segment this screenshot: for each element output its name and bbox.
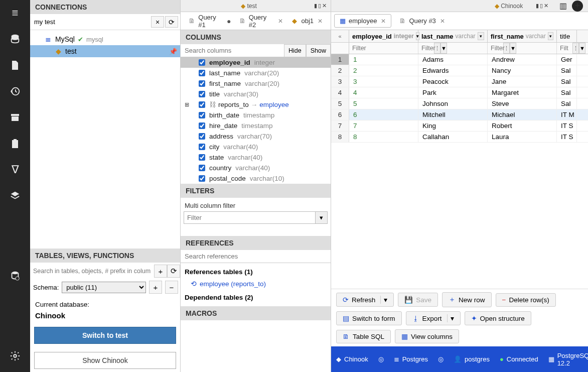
tables-search-input[interactable] — [30, 265, 154, 278]
menu-icon[interactable]: ≡ — [8, 6, 22, 20]
column-row-postal_code[interactable]: postal_code varchar(10) — [181, 173, 331, 184]
cell-last-name[interactable]: Mitchell — [418, 109, 488, 120]
column-checkbox[interactable] — [199, 122, 205, 129]
cell-title[interactable]: Sal — [557, 76, 577, 87]
column-row-first_name[interactable]: first_name varchar(20) — [181, 78, 331, 89]
references-search-input[interactable] — [181, 250, 331, 263]
cell-first-name[interactable]: Michael — [488, 109, 557, 120]
cell-title[interactable]: IT S — [557, 132, 577, 142]
col-header-last-name[interactable]: last_name varchar▾ — [418, 30, 488, 42]
table-row[interactable]: 66MitchellMichaelIT M — [331, 109, 588, 120]
cell-last-name[interactable]: Edwards — [418, 65, 488, 76]
cell-employee-id[interactable]: 7 — [349, 120, 418, 131]
column-checkbox[interactable] — [199, 144, 205, 150]
cell-employee-id[interactable]: 5 — [349, 98, 418, 109]
filter-input[interactable] — [557, 43, 588, 53]
tab-query3[interactable]: 🗎Query #3✕ — [394, 15, 450, 27]
archive-icon[interactable] — [8, 110, 22, 125]
expand-columns-button[interactable]: « — [331, 30, 349, 42]
table-row[interactable]: 44ParkMargaretSal — [331, 87, 588, 98]
cell-title[interactable]: Ger — [557, 54, 577, 65]
column-checkbox[interactable] — [199, 80, 205, 87]
column-row-city[interactable]: city varchar(40) — [181, 142, 331, 152]
cell-last-name[interactable]: Johnson — [418, 98, 488, 109]
column-checkbox[interactable] — [199, 133, 205, 140]
tab-employee[interactable]: ▦employee✕ — [334, 14, 391, 28]
cell-title[interactable]: Sal — [557, 98, 577, 109]
status-engine[interactable]: ▦PostgreSQL 12.2 — [548, 352, 588, 367]
col-header-title[interactable]: title — [557, 30, 577, 42]
cell-employee-id[interactable]: 4 — [349, 87, 418, 98]
cell-employee-id[interactable]: 8 — [349, 132, 418, 142]
chevron-down-icon[interactable]: ▾ — [380, 296, 387, 304]
status-server-alt-icon[interactable]: ◎ — [438, 355, 444, 363]
column-row-reports_to[interactable]: ⊞ ⛓reports_to → employee — [181, 99, 331, 110]
column-checkbox[interactable] — [199, 175, 205, 182]
remove-schema-button[interactable]: − — [165, 281, 178, 294]
cell-title[interactable]: Sal — [557, 65, 577, 76]
export-button[interactable]: ⭳Export▾ — [406, 311, 461, 325]
column-row-employee_id[interactable]: employee_id integer — [181, 57, 331, 68]
column-checkbox[interactable] — [199, 165, 205, 171]
fk-link[interactable]: employee — [259, 101, 289, 108]
window-controls-icon[interactable]: ▮▯✕ — [536, 3, 549, 9]
column-checkbox[interactable] — [199, 91, 205, 97]
view-columns-button[interactable]: ▦View columns — [395, 329, 459, 343]
cell-last-name[interactable]: Peacock — [418, 76, 488, 87]
cell-employee-id[interactable]: 3 — [349, 76, 418, 87]
add-schema-button[interactable]: + — [149, 281, 162, 294]
schema-select[interactable]: public (11) — [62, 282, 146, 293]
backup-icon[interactable] — [8, 269, 22, 283]
column-checkbox[interactable] — [199, 70, 205, 76]
connection-search-input[interactable] — [30, 16, 150, 28]
status-server[interactable]: ≣Postgres — [394, 355, 428, 363]
chevron-down-icon[interactable]: ▾ — [447, 314, 454, 322]
tab-query1[interactable]: 🗎Query #1● — [185, 11, 235, 32]
status-user[interactable]: 👤postgres — [454, 355, 490, 363]
column-checkbox[interactable] — [199, 101, 205, 108]
cell-employee-id[interactable]: 6 — [349, 109, 418, 120]
status-db[interactable]: ◆Chinook — [336, 355, 368, 363]
filter-dropdown-button[interactable]: ▾ — [316, 211, 328, 224]
hide-columns-button[interactable]: Hide — [284, 44, 306, 57]
table-row[interactable]: 88CallahanLauraIT S — [331, 132, 588, 143]
status-connected[interactable]: ●Connected — [500, 355, 538, 363]
cell-employee-id[interactable]: 2 — [349, 65, 418, 76]
settings-icon[interactable] — [8, 349, 22, 363]
cell-title[interactable]: Sal — [557, 87, 577, 98]
layout-icon[interactable]: ▥ — [559, 1, 567, 11]
reload-connections-button[interactable]: ⟳ — [165, 16, 178, 28]
table-row[interactable]: 77KingRobertIT S — [331, 120, 588, 132]
file-icon[interactable] — [8, 58, 22, 72]
column-checkbox[interactable] — [199, 154, 205, 161]
close-icon[interactable]: ✕ — [381, 18, 386, 25]
column-row-title[interactable]: title varchar(30) — [181, 89, 331, 99]
cell-first-name[interactable]: Laura — [488, 132, 557, 142]
cell-last-name[interactable]: Park — [418, 87, 488, 98]
cell-first-name[interactable]: Steve — [488, 98, 557, 109]
window-controls-icon[interactable]: ▮▯✕ — [314, 3, 328, 9]
expand-icon[interactable]: ⊞ — [185, 101, 189, 108]
switch-form-button[interactable]: ▤Switch to form — [336, 311, 402, 325]
switch-db-button[interactable]: Switch to test — [34, 327, 176, 344]
close-icon[interactable]: ✕ — [440, 18, 445, 25]
column-row-birth_date[interactable]: birth_date timestamp — [181, 110, 331, 120]
clear-search-button[interactable]: × — [151, 16, 164, 28]
cell-employee-id[interactable]: 1 — [349, 54, 418, 65]
column-checkbox[interactable] — [199, 59, 205, 66]
cell-first-name[interactable]: Robert — [488, 120, 557, 131]
connection-mysql[interactable]: ≣ MySql ✔ mysql — [30, 33, 180, 45]
close-icon[interactable]: ✕ — [278, 18, 283, 25]
column-row-address[interactable]: address varchar(70) — [181, 131, 331, 142]
filter-nav-icon[interactable]: ∇ — [8, 163, 22, 177]
column-menu-icon[interactable]: ▾ — [478, 32, 484, 40]
cell-last-name[interactable]: Callahan — [418, 132, 488, 142]
new-row-button[interactable]: ＋New row — [442, 292, 492, 307]
add-table-button[interactable]: + — [154, 265, 167, 278]
column-row-last_name[interactable]: last_name varchar(20) — [181, 68, 331, 78]
refresh-button[interactable]: ⟳Refresh▾ — [336, 293, 394, 307]
cell-first-name[interactable]: Margaret — [488, 87, 557, 98]
close-icon[interactable]: ✕ — [318, 18, 323, 25]
ref-item-employee[interactable]: ⟲employee (reports_to) — [185, 279, 327, 291]
cell-last-name[interactable]: Adams — [418, 54, 488, 65]
